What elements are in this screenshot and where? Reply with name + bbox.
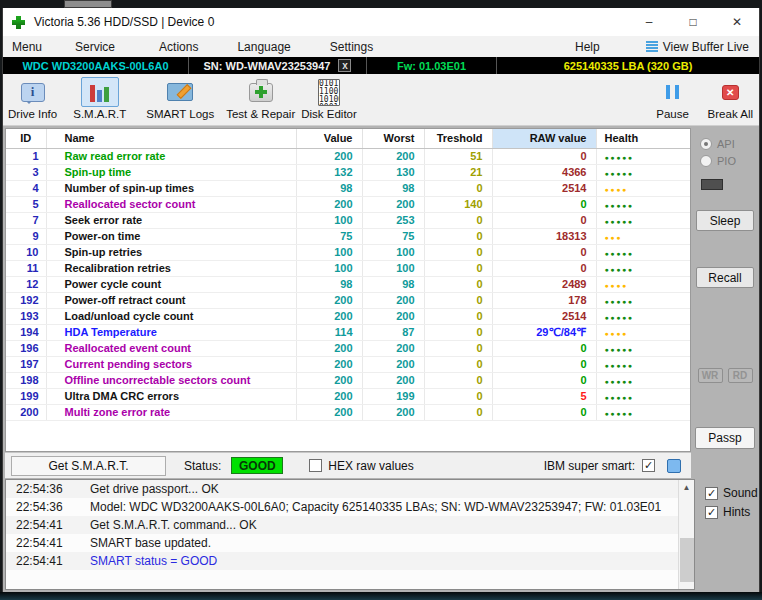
log-timestamp: 22:54:41 bbox=[16, 554, 74, 568]
header-name[interactable]: Name bbox=[46, 129, 296, 148]
app-screen: Victoria 5.36 HDD/SSD | Device 0 – □ ✕ M… bbox=[0, 0, 762, 600]
attribute-value: 100 bbox=[296, 260, 362, 276]
attribute-value: 200 bbox=[296, 340, 362, 356]
table-row[interactable]: 7 Seek error rate 100 253 0 0 ●●●●● bbox=[6, 212, 690, 228]
wr-button[interactable]: WR bbox=[698, 368, 723, 383]
menu-item-language[interactable]: Language bbox=[237, 40, 290, 54]
table-row[interactable]: 198 Offline uncorrectable sectors count … bbox=[6, 372, 690, 388]
sound-checkbox[interactable]: ✓ bbox=[705, 487, 718, 500]
pause-button[interactable]: Pause bbox=[654, 77, 692, 120]
menu-item-settings[interactable]: Settings bbox=[330, 40, 373, 54]
serial-close-tag[interactable]: x bbox=[338, 59, 351, 72]
log-line: 22:54:41 SMART base updated. bbox=[6, 534, 694, 552]
table-row[interactable]: 196 Reallocated event count 200 200 0 0 … bbox=[6, 340, 690, 356]
pio-radio-option[interactable]: PIO bbox=[700, 155, 750, 167]
smart-button[interactable]: S.M.A.R.T bbox=[73, 77, 126, 120]
smart-logs-button[interactable]: SMART Logs bbox=[146, 77, 214, 120]
attribute-raw-value: 0 bbox=[492, 404, 596, 420]
main-content: ID Name Value Worst Treshold RAW value H… bbox=[3, 126, 759, 478]
table-body: 1 Raw read error rate 200 200 51 0 ●●●●● bbox=[6, 148, 690, 420]
attribute-name: Current pending sectors bbox=[46, 356, 296, 372]
close-button[interactable]: ✕ bbox=[715, 8, 759, 36]
attribute-id: 197 bbox=[6, 356, 46, 372]
header-treshold[interactable]: Treshold bbox=[424, 129, 492, 148]
hex-raw-values-checkbox[interactable] bbox=[309, 459, 322, 472]
header-worst[interactable]: Worst bbox=[362, 129, 424, 148]
wr-rd-group: WR RD bbox=[698, 368, 753, 383]
device-capacity: 625140335 LBA (320 GB) bbox=[497, 57, 759, 74]
attribute-health: ●●●●● bbox=[596, 164, 690, 180]
hints-option[interactable]: ✓ Hints bbox=[705, 505, 759, 519]
table-row[interactable]: 200 Multi zone error rate 200 200 0 0 ●●… bbox=[6, 404, 690, 420]
attribute-health: ●●●●● bbox=[596, 372, 690, 388]
attribute-treshold: 0 bbox=[424, 308, 492, 324]
attribute-raw-value: 178 bbox=[492, 292, 596, 308]
log-scrollbar[interactable]: ▲ bbox=[678, 480, 694, 589]
hex-raw-values-option[interactable]: HEX raw values bbox=[309, 459, 413, 473]
ibm-super-smart-checkbox[interactable]: ✓ bbox=[642, 459, 655, 472]
log-timestamp: 22:54:36 bbox=[16, 500, 74, 514]
drive-info-button[interactable]: Drive Info bbox=[8, 77, 57, 120]
header-value[interactable]: Value bbox=[296, 129, 362, 148]
pio-radio-icon[interactable] bbox=[700, 155, 712, 167]
table-row[interactable]: 11 Recalibration retries 100 100 0 0 ●●●… bbox=[6, 260, 690, 276]
table-row[interactable]: 12 Power cycle count 98 98 0 2489 ●●●● bbox=[6, 276, 690, 292]
view-buffer-live[interactable]: View Buffer Live bbox=[646, 40, 749, 54]
table-row[interactable]: 9 Power-on time 75 75 0 18313 ●●● bbox=[6, 228, 690, 244]
attribute-health: ●●●●● bbox=[596, 404, 690, 420]
attribute-treshold: 0 bbox=[424, 404, 492, 420]
health-dots-icon: ●●●●● bbox=[605, 266, 634, 273]
attribute-name: Number of spin-up times bbox=[46, 180, 296, 196]
table-row[interactable]: 1 Raw read error rate 200 200 51 0 ●●●●● bbox=[6, 148, 690, 164]
test-repair-button[interactable]: Test & Repair bbox=[226, 77, 295, 120]
table-column: ID Name Value Worst Treshold RAW value H… bbox=[3, 126, 691, 478]
table-row[interactable]: 199 Ultra DMA CRC errors 200 199 0 5 ●●●… bbox=[6, 388, 690, 404]
header-id[interactable]: ID bbox=[6, 129, 46, 148]
sleep-button[interactable]: Sleep bbox=[696, 210, 754, 231]
device-model[interactable]: WDC WD3200AAKS-00L6A0 bbox=[3, 57, 189, 74]
header-raw-value[interactable]: RAW value bbox=[492, 129, 596, 148]
attribute-value: 200 bbox=[296, 372, 362, 388]
health-dots-icon: ●●●●● bbox=[605, 410, 634, 417]
log-message: Model: WDC WD3200AAKS-00L6A0; Capacity 6… bbox=[90, 500, 661, 514]
attribute-id: 3 bbox=[6, 164, 46, 180]
table-row[interactable]: 197 Current pending sectors 200 200 0 0 … bbox=[6, 356, 690, 372]
table-row[interactable]: 192 Power-off retract count 200 200 0 17… bbox=[6, 292, 690, 308]
minimize-button[interactable]: – bbox=[627, 8, 671, 36]
api-radio-option[interactable]: API bbox=[700, 138, 750, 150]
table-row[interactable]: 3 Spin-up time 132 130 21 4366 ●●●●● bbox=[6, 164, 690, 180]
scrollbar-up-arrow-icon[interactable]: ▲ bbox=[679, 480, 694, 495]
table-row[interactable]: 194 HDA Temperature 114 87 0 29℃/84℉ ●●●… bbox=[6, 324, 690, 340]
break-all-button[interactable]: Break All bbox=[708, 77, 753, 120]
menu-item-actions[interactable]: Actions bbox=[159, 40, 198, 54]
attribute-raw-value: 18313 bbox=[492, 228, 596, 244]
attribute-value: 200 bbox=[296, 356, 362, 372]
passp-button[interactable]: Passp bbox=[695, 427, 755, 449]
smart-logs-label: SMART Logs bbox=[146, 108, 214, 120]
api-radio-icon[interactable] bbox=[700, 138, 712, 150]
red-x-icon bbox=[722, 85, 739, 100]
disk-editor-button[interactable]: 010110 110011 101000 0001 Disk Editor bbox=[301, 77, 357, 120]
menu-item-menu[interactable]: Menu bbox=[12, 40, 42, 54]
scrollbar-thumb[interactable] bbox=[680, 538, 694, 582]
get-smart-button[interactable]: Get S.M.A.R.T. bbox=[11, 456, 166, 476]
smart-iconbox bbox=[81, 77, 119, 107]
hints-checkbox[interactable]: ✓ bbox=[705, 506, 718, 519]
maximize-button[interactable]: □ bbox=[671, 8, 715, 36]
attribute-raw-value: 0 bbox=[492, 372, 596, 388]
table-row[interactable]: 5 Reallocated sector count 200 200 140 0… bbox=[6, 196, 690, 212]
menu-item-help[interactable]: Help bbox=[575, 40, 600, 54]
header-health[interactable]: Health bbox=[596, 129, 690, 148]
log-line: 22:54:41 SMART status = GOOD bbox=[6, 552, 694, 570]
table-row[interactable]: 193 Load/unload cycle count 200 200 0 25… bbox=[6, 308, 690, 324]
sound-option[interactable]: ✓ Sound bbox=[705, 486, 759, 500]
status-bar: Get S.M.A.R.T. Status: GOOD HEX raw valu… bbox=[5, 452, 691, 478]
table-row[interactable]: 10 Spin-up retries 100 100 0 0 ●●●●● bbox=[6, 244, 690, 260]
rd-button[interactable]: RD bbox=[728, 368, 753, 383]
ibm-blue-indicator[interactable] bbox=[667, 459, 681, 473]
health-dots-icon: ●●●●● bbox=[605, 362, 634, 369]
attribute-name: Spin-up time bbox=[46, 164, 296, 180]
table-row[interactable]: 4 Number of spin-up times 98 98 0 2514 ●… bbox=[6, 180, 690, 196]
recall-button[interactable]: Recall bbox=[696, 267, 754, 288]
menu-item-service[interactable]: Service bbox=[75, 40, 115, 54]
